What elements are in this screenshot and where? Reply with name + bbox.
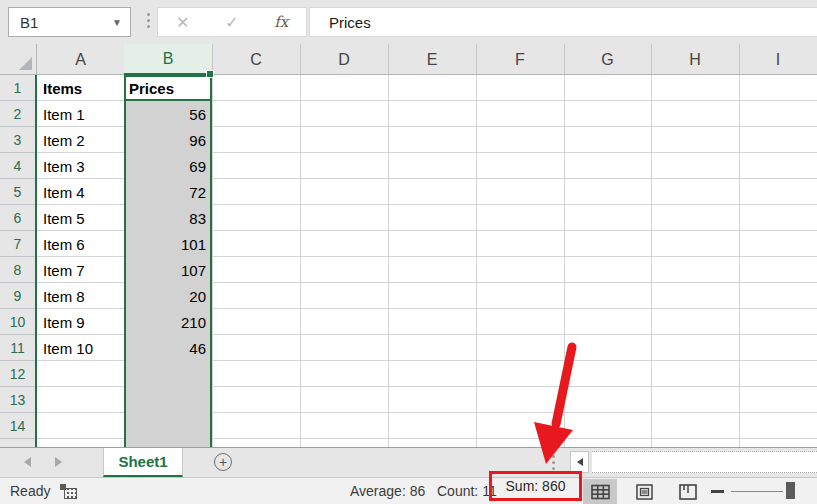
cell-B8[interactable]: 107 xyxy=(126,257,210,283)
chevron-down-icon[interactable]: ▼ xyxy=(112,17,122,28)
row-header-7[interactable]: 7 xyxy=(0,231,35,257)
column-header-G[interactable]: G xyxy=(564,44,651,75)
tab-sheet1[interactable]: Sheet1 xyxy=(103,448,183,477)
enter-icon[interactable]: ✓ xyxy=(217,13,247,32)
column-header-C[interactable]: C xyxy=(212,44,300,75)
row-header-selection-accent xyxy=(35,75,37,447)
cell-B1[interactable]: Prices xyxy=(124,75,212,101)
row-header-10[interactable]: 10 xyxy=(0,309,35,335)
select-all-button[interactable] xyxy=(0,44,37,75)
column-header-E[interactable]: E xyxy=(388,44,476,75)
cell-B5[interactable]: 72 xyxy=(126,179,210,205)
view-normal-button[interactable] xyxy=(583,479,617,504)
cell-A6[interactable]: Item 5 xyxy=(38,205,123,231)
column-header-D[interactable]: D xyxy=(300,44,388,75)
cell-A9[interactable]: Item 8 xyxy=(38,283,123,309)
scrollbar-resize-handle[interactable] xyxy=(551,455,555,470)
cell-A4[interactable]: Item 3 xyxy=(38,153,123,179)
cell-B2[interactable]: 56 xyxy=(126,101,210,127)
cell-A5[interactable]: Item 4 xyxy=(38,179,123,205)
status-mode-label: Ready xyxy=(10,483,50,499)
status-count[interactable]: Count: 11 xyxy=(437,478,497,504)
next-sheet-icon[interactable] xyxy=(55,457,62,467)
cell-A10[interactable]: Item 9 xyxy=(38,309,123,335)
column-header-A[interactable]: A xyxy=(37,44,124,75)
excel-window: B1 ▼ ✕ ✓ fx Prices ABCDEFGHI123456789101… xyxy=(0,0,817,504)
cell-A1[interactable]: Items xyxy=(38,75,123,101)
cell-A8[interactable]: Item 7 xyxy=(38,257,123,283)
cell-B6[interactable]: 83 xyxy=(126,205,210,231)
row-header-8[interactable]: 8 xyxy=(0,257,35,283)
row-header-13[interactable]: 13 xyxy=(0,387,35,413)
view-page-break-button[interactable] xyxy=(671,479,705,504)
column-header-F[interactable]: F xyxy=(476,44,564,75)
scroll-left-icon xyxy=(577,458,583,466)
cell-B7[interactable]: 101 xyxy=(126,231,210,257)
spreadsheet-grid[interactable]: ABCDEFGHI123456789101112131415ItemsItem … xyxy=(0,44,817,447)
status-average[interactable]: Average: 86 xyxy=(350,478,425,504)
row-header-5[interactable]: 5 xyxy=(0,179,35,205)
row-header-2[interactable]: 2 xyxy=(0,101,35,127)
status-mode: Ready xyxy=(10,478,50,504)
select-all-triangle-icon xyxy=(19,57,32,70)
sum-highlight-box[interactable]: Sum: 860 xyxy=(489,471,582,501)
cell-A3[interactable]: Item 2 xyxy=(38,127,123,153)
view-page-layout-button[interactable] xyxy=(627,479,661,504)
cell-B3[interactable]: 96 xyxy=(126,127,210,153)
row-header-6[interactable]: 6 xyxy=(0,205,35,231)
cell-B11[interactable]: 46 xyxy=(126,335,210,361)
row-header-4[interactable]: 4 xyxy=(0,153,35,179)
zoom-out-icon[interactable] xyxy=(711,490,724,493)
row-header-1[interactable]: 1 xyxy=(0,75,35,101)
formula-buttons: ✕ ✓ fx xyxy=(157,7,307,37)
page-break-preview-icon xyxy=(679,484,697,500)
cancel-icon[interactable]: ✕ xyxy=(168,13,198,32)
tab-sheet1-label: Sheet1 xyxy=(118,453,167,470)
new-sheet-button[interactable]: + xyxy=(214,453,232,471)
column-header-I[interactable]: I xyxy=(739,44,817,75)
fill-handle[interactable] xyxy=(206,70,214,78)
status-sum-label: Sum: 860 xyxy=(506,478,566,494)
sheet-tab-bar: Sheet1 + xyxy=(0,447,817,477)
row-header-15[interactable]: 15 xyxy=(0,439,35,447)
row-header-9[interactable]: 9 xyxy=(0,283,35,309)
plus-icon: + xyxy=(219,455,227,469)
status-bar: Ready Average: 86 Count: 11 xyxy=(0,477,817,504)
row-header-12[interactable]: 12 xyxy=(0,361,35,387)
cell-B9[interactable]: 20 xyxy=(126,283,210,309)
cell-A2[interactable]: Item 1 xyxy=(38,101,123,127)
insert-function-icon[interactable]: fx xyxy=(266,13,296,31)
prev-sheet-icon[interactable] xyxy=(24,457,31,467)
row-header-3[interactable]: 3 xyxy=(0,127,35,153)
row-header-11[interactable]: 11 xyxy=(0,335,35,361)
cell-B10[interactable]: 210 xyxy=(126,309,210,335)
name-box[interactable]: B1 ▼ xyxy=(8,7,131,37)
row-header-14[interactable]: 14 xyxy=(0,413,35,439)
grid-view-icon xyxy=(591,484,610,500)
zoom-slider-handle[interactable] xyxy=(786,482,795,499)
formula-bar-input[interactable]: Prices xyxy=(309,7,817,37)
formula-bar-value: Prices xyxy=(329,14,371,31)
page-layout-icon xyxy=(636,484,653,500)
toolbar-drag-handle[interactable] xyxy=(146,13,150,28)
name-box-value: B1 xyxy=(20,14,38,31)
cell-A7[interactable]: Item 6 xyxy=(38,231,123,257)
record-macro-icon[interactable] xyxy=(60,484,77,499)
horizontal-scrollbar[interactable] xyxy=(592,451,817,473)
zoom-slider-track[interactable] xyxy=(731,491,783,492)
formula-toolbar: B1 ▼ ✕ ✓ fx Prices xyxy=(0,0,817,44)
cell-A11[interactable]: Item 10 xyxy=(38,335,123,361)
scroll-left-button[interactable] xyxy=(570,451,589,473)
column-header-B[interactable]: B xyxy=(124,44,212,75)
cell-B4[interactable]: 69 xyxy=(126,153,210,179)
column-header-H[interactable]: H xyxy=(651,44,739,75)
